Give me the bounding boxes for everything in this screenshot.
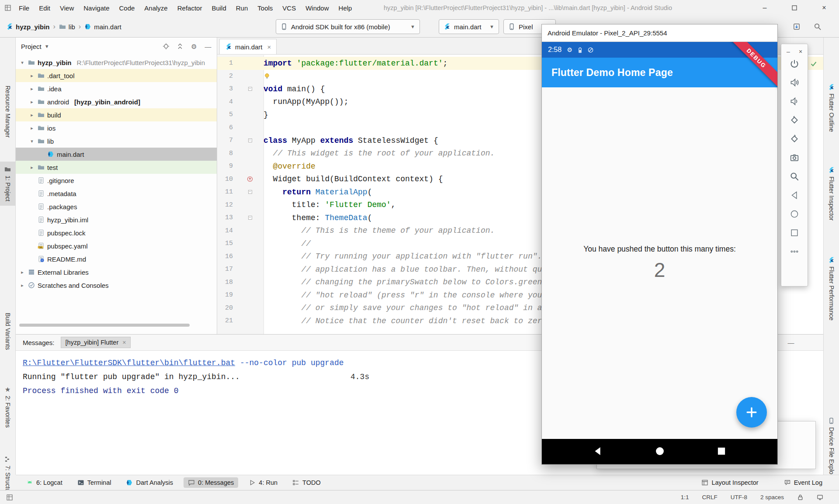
- tree-item-ios[interactable]: ▸ios: [16, 121, 217, 135]
- toolbar-item-6-logcat[interactable]: 6: Logcat: [22, 477, 67, 488]
- screen-icon[interactable]: [817, 494, 823, 501]
- run-config-selector[interactable]: main.dart ▼: [439, 19, 499, 34]
- collapse-icon[interactable]: [177, 43, 184, 50]
- sidebar-item-build-variants[interactable]: Build Variants: [0, 308, 15, 354]
- chevron-down-icon[interactable]: ▼: [45, 44, 49, 49]
- zoom-icon[interactable]: [790, 172, 799, 181]
- menu-tools[interactable]: Tools: [253, 0, 277, 16]
- close-icon[interactable]: ×: [122, 339, 126, 346]
- breadcrumb-item-main-dart[interactable]: main.dart: [84, 23, 121, 31]
- menu-help[interactable]: Help: [334, 0, 357, 16]
- tree-item-gitignore[interactable]: .gitignore: [16, 174, 217, 187]
- back-icon[interactable]: [790, 190, 799, 200]
- menu-vcs[interactable]: VCS: [277, 0, 301, 16]
- menu-file[interactable]: File: [14, 0, 34, 16]
- device-selector[interactable]: Android SDK built for x86 (mobile) ▼: [276, 19, 420, 34]
- toolbar-item-4-run[interactable]: 4: Run: [244, 477, 282, 488]
- tree-item-packages[interactable]: .packages: [16, 200, 217, 213]
- emulator-title-bar[interactable]: Android Emulator - Pixel_2_API_29:5554: [542, 24, 777, 42]
- menu-run[interactable]: Run: [231, 0, 253, 16]
- hide-icon[interactable]: —: [787, 339, 794, 346]
- increment-fab[interactable]: [736, 397, 767, 428]
- tree-item-pubspec-lock[interactable]: pubspec.lock: [16, 226, 217, 239]
- sdk-manager-icon[interactable]: [793, 23, 801, 31]
- nav-overview-icon[interactable]: [716, 445, 727, 458]
- menu-window[interactable]: Window: [301, 0, 333, 16]
- tree-item-idea[interactable]: ▸.idea: [16, 82, 217, 95]
- tree-item-metadata[interactable]: .metadata: [16, 187, 217, 200]
- tree-item-hyzp-yibin-iml[interactable]: hyzp_yibin.iml: [16, 213, 217, 226]
- bulb-icon[interactable]: [263, 72, 270, 79]
- fold-marker[interactable]: [248, 216, 252, 220]
- menu-build[interactable]: Build: [207, 0, 231, 16]
- toolbar-item-event-log[interactable]: Event Log: [780, 477, 827, 488]
- rotate-right-icon[interactable]: [790, 134, 799, 144]
- status-2-spaces[interactable]: 2 spaces: [760, 494, 784, 501]
- toolbar-item-terminal[interactable]: Terminal: [73, 477, 116, 488]
- sidebar-item-resource-manager[interactable]: Resource Manager: [0, 81, 15, 142]
- nav-back-icon[interactable]: [592, 445, 603, 458]
- home-icon[interactable]: [790, 209, 799, 219]
- tree-item-pubspec-yaml[interactable]: YMLpubspec.yaml: [16, 239, 217, 252]
- toolbar-item-layout-inspector[interactable]: Layout Inspector: [697, 477, 763, 488]
- project-panel-title[interactable]: Project: [21, 43, 42, 50]
- tree-item-build[interactable]: ▸build: [16, 108, 217, 121]
- toolbar-item-dart-analysis[interactable]: Dart Analysis: [121, 477, 177, 488]
- tree-item-scratches-and-consoles[interactable]: ▸Scratches and Consoles: [16, 279, 217, 292]
- tree-item-android[interactable]: ▸android[hyzp_yibin_android]: [16, 95, 217, 108]
- maximize-button[interactable]: [780, 0, 809, 16]
- sidebar-item-flutter-performance[interactable]: Flutter Performance: [824, 252, 839, 325]
- fold-marker[interactable]: [248, 87, 252, 91]
- status-1-1[interactable]: 1:1: [681, 494, 689, 501]
- tree-item-lib[interactable]: ▾lib: [16, 135, 217, 148]
- tree-item-external-libraries[interactable]: ▸External Libraries: [16, 266, 217, 279]
- minimize-icon[interactable]: –: [785, 48, 792, 55]
- locate-icon[interactable]: [163, 43, 170, 50]
- close-icon[interactable]: ×: [797, 48, 804, 55]
- console-command-link[interactable]: R:\Flutter\FlutterSDK\flutter\bin\flutte…: [23, 359, 235, 367]
- search-icon[interactable]: [814, 23, 822, 31]
- volume-down-icon[interactable]: [790, 97, 799, 106]
- rotate-left-icon[interactable]: [790, 115, 799, 125]
- status-utf-8[interactable]: UTF-8: [731, 494, 747, 501]
- sidebar-item-flutter-outline[interactable]: Flutter Outline: [824, 79, 839, 136]
- sidebar-item-2-favorites[interactable]: ★2: Favorites: [0, 382, 15, 432]
- toolbar-item-0-messages[interactable]: 0: Messages: [184, 477, 238, 488]
- tree-item-main-dart[interactable]: main.dart: [16, 148, 217, 161]
- tree-item-readme-md[interactable]: iREADME.md: [16, 252, 217, 266]
- more-icon[interactable]: [790, 247, 799, 256]
- menu-code[interactable]: Code: [114, 0, 139, 16]
- minimize-button[interactable]: –: [750, 0, 780, 16]
- horizontal-scrollbar[interactable]: [19, 324, 190, 327]
- lock-icon[interactable]: [797, 494, 804, 501]
- tree-item-hyzp-yibin[interactable]: ▾hyzp_yibinR:\FlutterProject\FlutterProj…: [16, 56, 217, 69]
- menu-view[interactable]: View: [55, 0, 79, 16]
- sidebar-item-1-project[interactable]: 1: Project: [0, 162, 15, 206]
- fold-marker[interactable]: [248, 138, 252, 142]
- inspection-status-icon[interactable]: [810, 60, 817, 67]
- status-crlf[interactable]: CRLF: [702, 494, 717, 501]
- gear-icon[interactable]: ⚙: [191, 43, 198, 50]
- nav-home-icon[interactable]: [654, 445, 666, 458]
- tool-windows-toggle-icon[interactable]: [6, 494, 13, 501]
- emulator-screen[interactable]: 2:58 ⚙ Flutter Demo Home Page You have p…: [542, 42, 777, 464]
- camera-icon[interactable]: [790, 153, 799, 162]
- menu-edit[interactable]: Edit: [34, 0, 55, 16]
- tab-flutter-messages[interactable]: [hyzp_yibin] Flutter ×: [61, 337, 131, 348]
- breadcrumb-item-hyzp-yibin[interactable]: hyzp_yibin: [6, 23, 50, 31]
- close-button[interactable]: ×: [809, 0, 839, 16]
- fold-marker[interactable]: [248, 190, 252, 194]
- menu-navigate[interactable]: Navigate: [79, 0, 114, 16]
- tab-main-dart[interactable]: main.dart ×: [219, 39, 277, 54]
- menu-analyze[interactable]: Analyze: [139, 0, 172, 16]
- sidebar-item-flutter-inspector[interactable]: Flutter Inspector: [824, 162, 839, 225]
- overview-icon[interactable]: [790, 228, 799, 238]
- breadcrumb-item-lib[interactable]: lib: [59, 23, 75, 31]
- hide-icon[interactable]: —: [205, 43, 211, 50]
- menu-refactor[interactable]: Refactor: [173, 0, 207, 16]
- power-icon[interactable]: [790, 59, 799, 69]
- tree-item-test[interactable]: ▸test: [16, 161, 217, 174]
- toolbar-item-todo[interactable]: TODO: [288, 477, 325, 488]
- volume-up-icon[interactable]: [790, 78, 799, 87]
- close-icon[interactable]: ×: [267, 43, 271, 51]
